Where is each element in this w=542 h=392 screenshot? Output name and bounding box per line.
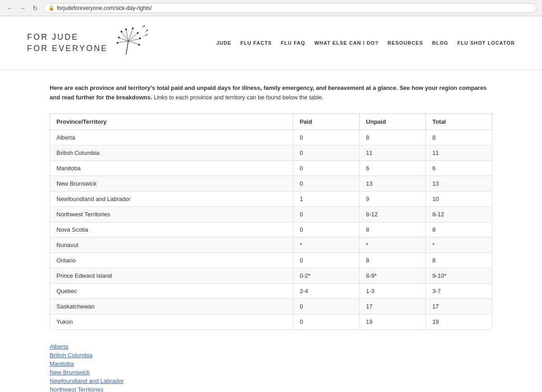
nav-resources[interactable]: RESOURCES <box>388 40 423 46</box>
total-cell: 6 <box>426 160 492 176</box>
province-link[interactable]: New Brunswick <box>50 369 492 376</box>
main-content: Here are each province and territory's t… <box>23 70 519 392</box>
svg-point-2 <box>121 31 122 33</box>
total-cell: 3-7 <box>426 283 492 299</box>
paid-cell: * <box>293 237 360 252</box>
svg-point-22 <box>146 34 147 36</box>
province-name-cell: Ontario <box>50 252 293 268</box>
svg-point-12 <box>138 44 140 46</box>
province-link[interactable]: Northwest Territories <box>50 386 492 392</box>
total-cell: 19 <box>426 314 492 329</box>
province-name-cell: British Columbia <box>50 145 293 160</box>
province-name-cell: Alberta <box>50 130 293 145</box>
unpaid-cell: 13 <box>360 176 426 191</box>
province-name-cell: Saskatchewan <box>50 299 293 314</box>
total-cell: 17 <box>426 299 492 314</box>
unpaid-cell: 1-3 <box>360 283 426 299</box>
unpaid-cell: 19 <box>360 314 426 329</box>
forward-button[interactable]: → <box>18 4 27 13</box>
reload-button[interactable]: ↻ <box>31 4 40 13</box>
table-row: Nunavut*** <box>50 237 492 252</box>
paid-cell: 0 <box>293 299 360 314</box>
table-row: Saskatchewan01717 <box>50 299 492 314</box>
svg-point-18 <box>143 26 145 27</box>
total-cell: 8 <box>426 222 492 237</box>
col-header-total: Total <box>426 113 492 130</box>
province-name-cell: Northwest Territories <box>50 206 293 222</box>
svg-point-14 <box>118 37 120 38</box>
total-cell: 8 <box>426 130 492 145</box>
paid-cell: 0 <box>293 130 360 145</box>
table-row: Alberta088 <box>50 130 492 145</box>
total-cell: 10 <box>426 191 492 206</box>
province-link[interactable]: Newfoundland and Labrador <box>50 378 492 384</box>
browser-chrome: ← → ↻ 🔒 forjudeforeveryone.com/sick-day-… <box>0 0 542 16</box>
unpaid-cell: 8-9* <box>360 268 426 283</box>
svg-point-16 <box>117 42 118 44</box>
table-row: Newfoundland and Labrador1910 <box>50 191 492 206</box>
svg-line-11 <box>128 41 139 44</box>
unpaid-cell: 8 <box>360 252 426 268</box>
svg-point-20 <box>146 30 148 31</box>
province-name-cell: Manitoba <box>50 160 293 176</box>
table-row: New Brunswick01313 <box>50 176 492 191</box>
table-row: Quebec2-41-33-7 <box>50 283 492 299</box>
total-cell: 8-12 <box>426 206 492 222</box>
unpaid-cell: 17 <box>360 299 426 314</box>
logo-line1: FOR JUDEFOR EVERYONE <box>27 32 108 54</box>
province-name-cell: Nunavut <box>50 237 293 252</box>
unpaid-cell: 8-12 <box>360 206 426 222</box>
total-cell: * <box>426 237 492 252</box>
svg-line-9 <box>128 39 140 41</box>
site-header: FOR JUDEFOR EVERYONE <box>0 16 542 70</box>
col-header-unpaid: Unpaid <box>360 113 426 130</box>
col-header-province: Province/Territory <box>50 113 293 130</box>
nav-flu-facts[interactable]: FLU FACTS <box>240 40 272 46</box>
nav-flu-shot-locator[interactable]: FLU SHOT LOCATOR <box>458 40 515 46</box>
province-links-section: AlbertaBritish ColumbiaManitobaNew Bruns… <box>50 343 492 392</box>
unpaid-cell: 6 <box>360 160 426 176</box>
paid-cell: 0 <box>293 160 360 176</box>
total-cell: 13 <box>426 176 492 191</box>
total-cell: 8 <box>426 252 492 268</box>
province-name-cell: Quebec <box>50 283 293 299</box>
svg-line-15 <box>118 41 128 42</box>
table-row: Ontario088 <box>50 252 492 268</box>
svg-line-19 <box>145 31 147 32</box>
paid-cell: 0 <box>293 252 360 268</box>
paid-cell: 0 <box>293 206 360 222</box>
province-link[interactable]: Manitoba <box>50 360 492 367</box>
province-name-cell: Newfoundland and Labrador <box>50 191 293 206</box>
province-name-cell: New Brunswick <box>50 176 293 191</box>
table-row: Manitoba066 <box>50 160 492 176</box>
svg-point-8 <box>137 32 139 34</box>
address-bar[interactable]: 🔒 forjudeforeveryone.com/sick-day-rights… <box>43 3 537 13</box>
back-button[interactable]: ← <box>5 4 14 13</box>
table-row: Prince Edward Island0-2*8-9*9-10* <box>50 268 492 283</box>
table-row: Nova Scotia088 <box>50 222 492 237</box>
lock-icon: 🔒 <box>48 5 55 11</box>
provinces-table: Province/Territory Paid Unpaid Total Alb… <box>50 113 492 330</box>
province-link[interactable]: Alberta <box>50 343 492 350</box>
nav-jude[interactable]: JUDE <box>216 40 231 46</box>
province-link[interactable]: British Columbia <box>50 352 492 359</box>
col-header-paid: Paid <box>293 113 360 130</box>
total-cell: 11 <box>426 145 492 160</box>
paid-cell: 0 <box>293 222 360 237</box>
nav-flu-faq[interactable]: FLU FAQ <box>281 40 305 46</box>
svg-line-0 <box>126 41 128 55</box>
intro-regular: Links to each province and territory can… <box>152 94 323 101</box>
paid-cell: 0 <box>293 314 360 329</box>
province-name-cell: Nova Scotia <box>50 222 293 237</box>
svg-line-17 <box>142 27 144 28</box>
unpaid-cell: 11 <box>360 145 426 160</box>
svg-point-10 <box>139 37 141 39</box>
table-row: British Columbia01111 <box>50 145 492 160</box>
svg-line-21 <box>143 35 146 37</box>
logo-area: FOR JUDEFOR EVERYONE <box>27 25 149 61</box>
nav-blog[interactable]: BLOG <box>432 40 449 46</box>
table-header-row: Province/Territory Paid Unpaid Total <box>50 113 492 130</box>
nav-what-else[interactable]: WHAT ELSE CAN I DO? <box>314 40 378 46</box>
main-nav: JUDE FLU FACTS FLU FAQ WHAT ELSE CAN I D… <box>216 40 515 46</box>
total-cell: 9-10* <box>426 268 492 283</box>
